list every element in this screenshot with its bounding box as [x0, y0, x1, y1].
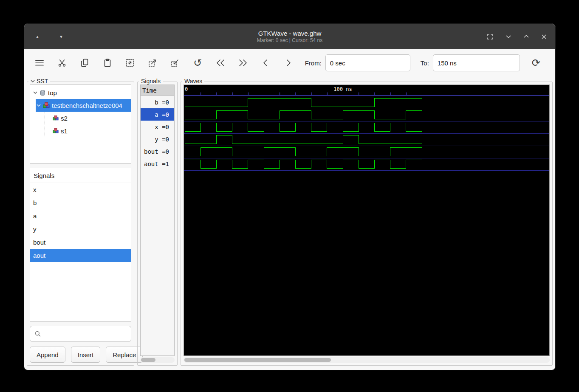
- sst-signals-list: Signals x b a y bout aout: [30, 168, 131, 321]
- cut-icon[interactable]: [53, 54, 71, 71]
- tree-node-label: top: [48, 89, 57, 96]
- wave-canvas[interactable]: 0100 ns: [184, 85, 549, 349]
- module-icon: [43, 102, 50, 109]
- titlebar-up-triangle-icon[interactable]: ▲: [32, 33, 43, 41]
- copy-icon[interactable]: [75, 54, 94, 71]
- from-label: From:: [305, 59, 322, 67]
- waves-hscrollbar[interactable]: [184, 357, 550, 363]
- tree-node-top[interactable]: top: [30, 86, 131, 99]
- svg-text:0: 0: [185, 86, 188, 92]
- database-icon: [40, 90, 46, 96]
- window-title: GTKWave - wave.ghw: [257, 30, 323, 37]
- wave-row-label-b[interactable]: b =0: [141, 96, 174, 108]
- shift-left-icon[interactable]: [256, 54, 275, 71]
- signal-list-item-a[interactable]: a: [30, 209, 131, 223]
- zoom-out-icon[interactable]: [143, 54, 162, 71]
- tree-node-s2[interactable]: s2: [45, 112, 131, 124]
- sst-frame-label: SST: [28, 78, 50, 85]
- sst-expander-icon[interactable]: [31, 79, 35, 83]
- expander-icon[interactable]: [37, 104, 41, 107]
- signal-list-item-aout[interactable]: aout: [30, 249, 131, 262]
- tree-node-label: s1: [61, 127, 68, 135]
- search-icon: [34, 330, 41, 337]
- to-label: To:: [421, 59, 429, 67]
- signal-search-box[interactable]: [30, 326, 131, 342]
- sst-panel: SST top: [27, 82, 134, 366]
- search-input[interactable]: [44, 326, 131, 341]
- titlebar-window-controls: [486, 32, 548, 41]
- tree-node-label: s2: [61, 115, 68, 122]
- insert-button[interactable]: Insert: [71, 347, 101, 363]
- module-icon: [53, 115, 59, 121]
- gtkwave-window: ▲ ▼ GTKWave - wave.ghw Marker: 0 sec | C…: [24, 23, 556, 370]
- signal-list-item-bout[interactable]: bout: [30, 236, 131, 249]
- toolbar: ↺ From: To: ⟳: [24, 49, 555, 76]
- from-input[interactable]: [325, 54, 410, 71]
- tree-node-s1[interactable]: s1: [45, 124, 131, 137]
- titlebar-text: GTKWave - wave.ghw Marker: 0 sec | Curso…: [257, 30, 323, 44]
- wave-row-label-aout[interactable]: aout =1: [141, 158, 174, 170]
- sst-buttons: Append Insert Replace: [30, 347, 131, 363]
- desktop: { "window": { "title": "GTKWave - wave.g…: [0, 0, 579, 392]
- signals-frame-label: Signals: [139, 78, 163, 85]
- zoom-fit-icon[interactable]: [121, 54, 139, 71]
- zoom-in-icon[interactable]: [166, 54, 184, 71]
- to-input[interactable]: [433, 54, 520, 71]
- waves-hscrollbar-handle[interactable]: [184, 358, 331, 362]
- signal-names-panel: Signals Time b =0 a =0 x =0 y =0 bout =0…: [137, 82, 178, 366]
- skip-to-end-icon[interactable]: [234, 54, 252, 71]
- module-icon: [53, 128, 59, 134]
- wave-row-label-x[interactable]: x =0: [141, 121, 174, 133]
- tree-node-testbench[interactable]: testbenchschaltnetze004: [36, 99, 131, 112]
- chevron-down-icon[interactable]: [505, 34, 512, 39]
- main-content: SST top: [24, 76, 555, 370]
- skip-to-start-icon[interactable]: [211, 54, 230, 71]
- menu-icon[interactable]: [30, 54, 49, 71]
- marker-cursor-status: Marker: 0 sec | Cursor: 54 ns: [257, 37, 323, 44]
- close-icon[interactable]: [540, 33, 548, 40]
- chevron-up-icon[interactable]: [523, 34, 530, 39]
- wave-row-label-bout[interactable]: bout =0: [141, 145, 174, 158]
- reload-icon[interactable]: ⟳: [527, 54, 545, 71]
- wave-row-label-y[interactable]: y =0: [141, 133, 174, 145]
- signal-list-item-b[interactable]: b: [30, 196, 131, 209]
- titlebar-left-controls: ▲ ▼: [32, 33, 67, 41]
- titlebar: ▲ ▼ GTKWave - wave.ghw Marker: 0 sec | C…: [24, 24, 555, 49]
- signals-list-header: Signals: [30, 168, 131, 183]
- signal-list-item-y[interactable]: y: [30, 223, 131, 236]
- sst-tree: top testbenchschaltnetze004: [30, 85, 131, 164]
- tile-toggle-icon[interactable]: [486, 32, 494, 41]
- shift-right-icon[interactable]: [279, 54, 297, 71]
- names-hscrollbar-handle[interactable]: [141, 358, 155, 362]
- expander-icon[interactable]: [33, 91, 37, 94]
- paste-icon[interactable]: [98, 54, 117, 71]
- wave-row-label-a[interactable]: a =0: [141, 108, 174, 121]
- waves-panel: Waves 0100 ns: [181, 82, 553, 366]
- titlebar-down-triangle-icon[interactable]: ▼: [56, 33, 67, 41]
- waves-frame-label: Waves: [182, 78, 204, 85]
- tree-children: s2 s1: [45, 112, 131, 137]
- wave-area[interactable]: 0100 ns: [184, 85, 550, 356]
- tree-node-label: testbenchschaltnetze004: [52, 102, 122, 109]
- time-header: Time: [141, 85, 174, 96]
- undo-icon[interactable]: ↺: [189, 54, 207, 71]
- names-hscrollbar[interactable]: [140, 357, 175, 363]
- append-button[interactable]: Append: [30, 347, 65, 363]
- signal-list-item-x[interactable]: x: [30, 183, 131, 196]
- signal-names-list: Time b =0 a =0 x =0 y =0 bout =0 aout =1: [140, 85, 175, 356]
